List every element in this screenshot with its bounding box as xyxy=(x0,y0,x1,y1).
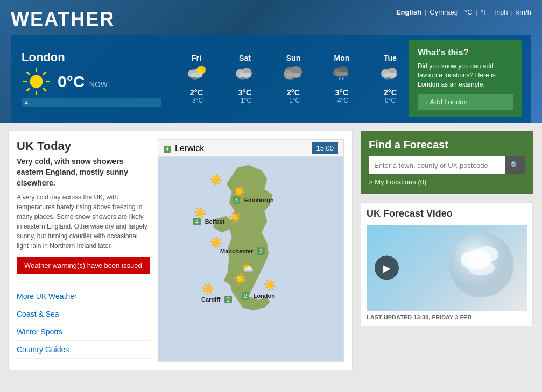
svg-point-8 xyxy=(30,75,43,88)
location-section: London xyxy=(22,51,161,107)
whats-this-text: Did you know you can add favourite locat… xyxy=(418,62,513,89)
cymraeg-link[interactable]: Cymraeg xyxy=(430,8,458,16)
video-play-button[interactable]: ▶ xyxy=(375,256,399,280)
day-forecast-fri: Fri 2°C -3°C xyxy=(178,54,215,104)
current-temperature: 0°C NOW xyxy=(58,73,108,91)
day-name: Tue xyxy=(384,54,397,62)
svg-line-27 xyxy=(342,77,343,80)
day-forecast-tue: Tue 2°C 0°C xyxy=(371,54,409,104)
day-forecast-sun: Sun 2°C -1°C xyxy=(274,54,312,104)
svg-line-5 xyxy=(43,88,46,91)
lerwick-name: Lerwick xyxy=(175,144,204,153)
svg-line-26 xyxy=(339,77,340,80)
day-high: 3°C xyxy=(335,88,348,97)
fahrenheit-link[interactable]: °F xyxy=(481,8,488,16)
day-forecast-sat: Sat 3°C -1°C xyxy=(226,54,264,104)
nav-links: More UK Weather Coast & Sea Winter Sport… xyxy=(17,282,150,359)
lerwick-label: 4 Lerwick xyxy=(164,144,204,153)
map-cloud-e: ⛅ xyxy=(242,262,254,274)
kmh-link[interactable]: km/h xyxy=(516,8,531,16)
location-search-input[interactable] xyxy=(369,157,505,174)
day-icon xyxy=(380,66,400,84)
uk-today-title: UK Today xyxy=(17,139,150,153)
edinburgh-marker: 3 Edinburgh ☀️ xyxy=(233,195,274,204)
map-container: 4 Lerwick 15:00 xyxy=(158,139,344,362)
search-icon: 🔍 xyxy=(510,161,519,169)
weather-bar: London xyxy=(11,35,531,123)
video-thumbnail[interactable]: ▶ xyxy=(367,225,527,311)
whats-this-title: What's this? xyxy=(418,48,513,58)
day-low: -1°C xyxy=(287,97,300,104)
current-weather-icon xyxy=(22,67,51,96)
svg-line-4 xyxy=(27,72,30,75)
svg-line-7 xyxy=(27,88,30,91)
map-sun-se: ☀️ xyxy=(234,273,247,286)
day-icon xyxy=(235,66,255,84)
uk-today-section: UK Today Very cold, with snow showers ea… xyxy=(8,131,353,370)
day-low: 0°C xyxy=(385,97,396,104)
right-panel: Find a Forecast 🔍 > My Locations (0) UK … xyxy=(361,131,533,370)
time-badge: 15:00 xyxy=(312,142,338,154)
day-high: 2°C xyxy=(383,88,397,97)
notification-badge: 4 xyxy=(22,98,161,107)
svg-rect-21 xyxy=(286,73,300,77)
manchester-marker: Manchester 2 ☀️ xyxy=(220,246,265,255)
nav-link-coast[interactable]: Coast & Sea xyxy=(17,305,150,323)
svg-point-34 xyxy=(475,246,498,262)
nav-link-country[interactable]: Country Guides xyxy=(17,341,150,359)
day-forecast-mon: Mon 3°C -4°C xyxy=(323,54,361,104)
day-icon xyxy=(186,66,207,84)
add-london-button[interactable]: + Add London xyxy=(418,94,513,110)
belfast-marker: 4 Belfast ☀️ xyxy=(193,216,224,226)
day-icon xyxy=(283,66,304,84)
svg-rect-31 xyxy=(384,73,396,77)
nav-link-winter[interactable]: Winter Sports xyxy=(17,323,150,341)
day-name: Mon xyxy=(334,54,350,62)
map-sun-n: ☀️ xyxy=(209,173,223,186)
find-forecast-panel: Find a Forecast 🔍 > My Locations (0) xyxy=(361,131,533,194)
forecast-video-title: UK Forecast Video xyxy=(367,208,527,219)
svg-line-6 xyxy=(43,72,46,75)
weather-warning-button[interactable]: Weather warning(s) have been issued xyxy=(17,257,150,274)
left-panel: UK Today Very cold, with snow showers ea… xyxy=(8,131,353,370)
find-forecast-title: Find a Forecast xyxy=(369,139,525,151)
my-locations-link[interactable]: > My Locations (0) xyxy=(369,178,525,186)
map-sun-ne: ☀️ xyxy=(228,211,242,224)
map-header: 4 Lerwick 15:00 xyxy=(158,140,343,157)
nav-link-more-uk[interactable]: More UK Weather xyxy=(17,288,150,305)
day-low: -1°C xyxy=(238,97,251,104)
forecast-video-panel: UK Forecast Video ▶ xyxy=(361,202,533,326)
day-name: Fri xyxy=(192,54,201,62)
svg-point-13 xyxy=(197,66,206,74)
video-globe-icon xyxy=(446,230,516,300)
video-last-updated: LAST UPDATED 13:30, FRIDAY 3 FEB xyxy=(367,314,527,320)
search-button[interactable]: 🔍 xyxy=(505,156,525,174)
header-nav: English | Cymraeg °C | °F mph | km/h xyxy=(396,8,531,16)
day-name: Sun xyxy=(286,54,300,62)
search-box: 🔍 xyxy=(369,156,525,174)
day-name: Sat xyxy=(239,54,251,62)
header: WEATHER English | Cymraeg °C | °F mph | … xyxy=(0,0,542,123)
day-icon xyxy=(332,66,352,84)
forecast-days: Fri 2°C -3°C Sat xyxy=(178,54,409,104)
map-area: 4 Lerwick 15:00 xyxy=(158,139,344,362)
whats-this-panel: What's this? Did you know you can add fa… xyxy=(409,40,522,117)
lerwick-badge: 4 xyxy=(164,146,171,153)
svg-point-35 xyxy=(468,260,495,275)
page-wrapper: WEATHER English | Cymraeg °C | °F mph | … xyxy=(0,0,542,379)
uk-today-desc: A very cold day across the UK, with temp… xyxy=(17,193,150,251)
map-body: 3 Edinburgh ☀️ 4 Belfast ☀️ xyxy=(158,157,343,361)
english-link[interactable]: English xyxy=(396,8,421,16)
svg-rect-17 xyxy=(239,73,251,77)
mph-link[interactable]: mph xyxy=(494,8,508,16)
svg-rect-25 xyxy=(336,72,348,76)
day-high: 2°C xyxy=(189,88,203,97)
day-low: -3°C xyxy=(190,97,203,104)
current-temp-row: 0°C NOW xyxy=(22,67,161,96)
london-marker: 2 London ☀️ xyxy=(242,290,275,300)
day-high: 3°C xyxy=(238,88,251,97)
main-content: UK Today Very cold, with snow showers ea… xyxy=(0,123,542,379)
uk-today-summary: Very cold, with snow showers eastern Eng… xyxy=(17,156,150,188)
celsius-link[interactable]: °C xyxy=(464,8,473,16)
cardiff-marker: Cardiff 2 ☀️ xyxy=(201,294,232,304)
